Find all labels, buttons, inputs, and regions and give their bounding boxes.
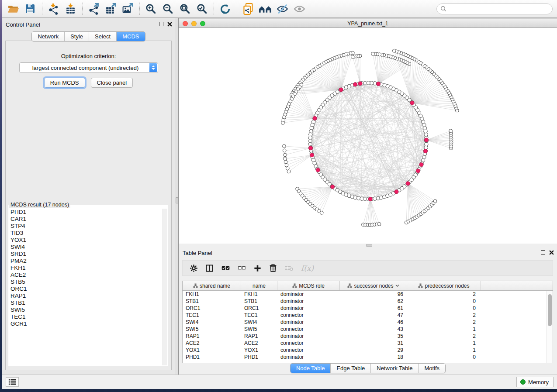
tab-mcds[interactable]: MCDS bbox=[116, 32, 145, 41]
network-canvas[interactable] bbox=[179, 28, 557, 244]
table-cell-mcds-role[interactable]: dominator bbox=[277, 333, 340, 340]
mcds-result-item[interactable]: ORC1 bbox=[9, 285, 162, 292]
table-cell-shared-name[interactable]: SWI5 bbox=[183, 326, 241, 333]
table-cell-name[interactable]: RAP1 bbox=[241, 333, 277, 340]
float-panel-icon[interactable] bbox=[541, 250, 545, 254]
table-scrollbar[interactable] bbox=[547, 291, 553, 363]
show-all-button[interactable] bbox=[292, 2, 306, 16]
table-cell-shared-name[interactable]: TEC1 bbox=[183, 312, 241, 319]
optimization-criterion-select[interactable]: largest connected component (undirected) bbox=[19, 62, 158, 73]
table-cell-name[interactable]: SWI5 bbox=[241, 326, 277, 333]
table-row[interactable]: FKH1FKH1dominator962 bbox=[183, 291, 547, 298]
table-cell-successor-nodes[interactable]: 46 bbox=[340, 319, 407, 326]
column-header-mcds-role[interactable]: MCDS role bbox=[277, 281, 340, 290]
mcds-result-item[interactable]: SWI4 bbox=[9, 244, 162, 251]
mcds-result-item[interactable]: SWI5 bbox=[9, 306, 162, 313]
apply-function-button[interactable]: f(x) bbox=[301, 264, 314, 272]
save-session-button[interactable] bbox=[23, 2, 37, 16]
column-header-name[interactable]: name bbox=[241, 281, 277, 290]
table-cell-successor-nodes[interactable]: 96 bbox=[340, 291, 407, 298]
mcds-result-item[interactable]: PHD1 bbox=[9, 209, 162, 216]
table-cell-name[interactable]: STB1 bbox=[241, 298, 277, 305]
table-cell-successor-nodes[interactable]: 29 bbox=[340, 347, 407, 354]
duplicate-network-button[interactable] bbox=[241, 2, 255, 16]
table-cell-name[interactable]: FKH1 bbox=[241, 291, 277, 298]
table-cell-name[interactable]: PHD1 bbox=[241, 354, 277, 361]
mcds-result-item[interactable]: STP4 bbox=[9, 223, 162, 230]
table-cell-mcds-role[interactable]: dominator bbox=[277, 354, 340, 361]
table-cell-predecessor-nodes[interactable]: 0 bbox=[407, 305, 481, 312]
memory-button[interactable]: Memory bbox=[516, 377, 554, 387]
close-panel-button[interactable]: Close panel bbox=[91, 78, 133, 88]
mcds-result-item[interactable]: SRD1 bbox=[9, 251, 162, 258]
table-cell-mcds-role[interactable]: dominator bbox=[277, 291, 340, 298]
table-cell-successor-nodes[interactable]: 47 bbox=[340, 312, 407, 319]
tab-motifs[interactable]: Motifs bbox=[418, 364, 445, 373]
mcds-result-item[interactable]: CAR1 bbox=[9, 216, 162, 223]
close-panel-icon[interactable] bbox=[167, 21, 172, 27]
table-cell-shared-name[interactable]: SWI4 bbox=[183, 319, 241, 326]
tab-style[interactable]: Style bbox=[64, 32, 89, 41]
show-columns-button[interactable] bbox=[205, 264, 214, 272]
zoom-fit-button[interactable] bbox=[178, 2, 192, 16]
zoom-in-button[interactable] bbox=[144, 2, 158, 16]
table-cell-shared-name[interactable]: RAP1 bbox=[183, 333, 241, 340]
window-close-light[interactable] bbox=[183, 21, 188, 26]
mcds-result-item[interactable]: FKH1 bbox=[9, 265, 162, 272]
table-cell-name[interactable]: YOX1 bbox=[241, 347, 277, 354]
table-cell-mcds-role[interactable]: connector bbox=[277, 326, 340, 333]
column-header-predecessor-nodes[interactable]: predecessor nodes bbox=[407, 281, 481, 290]
table-cell-name[interactable]: ACE2 bbox=[241, 340, 277, 347]
tab-select[interactable]: Select bbox=[89, 32, 116, 41]
table-cell-successor-nodes[interactable]: 43 bbox=[340, 326, 407, 333]
table-row[interactable]: YOX1YOX1connector291 bbox=[183, 347, 547, 354]
mcds-result-item[interactable]: STB1 bbox=[9, 299, 162, 306]
tab-network-table[interactable]: Network Table bbox=[370, 364, 418, 373]
table-cell-predecessor-nodes[interactable]: 0 bbox=[407, 354, 481, 361]
window-minimize-light[interactable] bbox=[191, 21, 197, 26]
table-cell-successor-nodes[interactable]: 18 bbox=[340, 354, 407, 361]
delete-column-button[interactable] bbox=[269, 264, 277, 272]
select-all-button[interactable] bbox=[221, 265, 230, 272]
table-row[interactable]: STB1STB1dominator620 bbox=[183, 298, 547, 305]
open-session-button[interactable] bbox=[6, 2, 20, 16]
table-row[interactable]: ACE2ACE2connector311 bbox=[183, 340, 547, 347]
table-cell-shared-name[interactable]: ACE2 bbox=[183, 340, 241, 347]
close-panel-icon[interactable] bbox=[549, 250, 554, 255]
mcds-result-item[interactable]: ACE2 bbox=[9, 272, 162, 279]
table-row[interactable]: PHD1PHD1dominator180 bbox=[183, 354, 547, 361]
table-cell-shared-name[interactable]: FKH1 bbox=[183, 291, 241, 298]
table-scrollbar-thumb[interactable] bbox=[548, 294, 552, 326]
table-cell-mcds-role[interactable]: connector bbox=[277, 312, 340, 319]
table-cell-name[interactable]: TEC1 bbox=[241, 312, 277, 319]
mcds-result-item[interactable]: YOX1 bbox=[9, 237, 162, 244]
zoom-selected-button[interactable] bbox=[195, 2, 209, 16]
table-cell-mcds-role[interactable]: dominator bbox=[277, 319, 340, 326]
table-cell-predecessor-nodes[interactable]: 2 bbox=[407, 319, 481, 326]
mcds-result-item[interactable]: PMA2 bbox=[9, 258, 162, 265]
table-cell-shared-name[interactable]: ORC1 bbox=[183, 305, 241, 312]
create-column-button[interactable] bbox=[253, 264, 262, 272]
table-cell-successor-nodes[interactable]: 35 bbox=[340, 333, 407, 340]
vertical-splitter[interactable] bbox=[175, 18, 179, 375]
table-cell-shared-name[interactable]: STB1 bbox=[183, 298, 241, 305]
mcds-result-item[interactable]: TID3 bbox=[9, 230, 162, 237]
tab-network[interactable]: Network bbox=[32, 32, 64, 41]
run-mcds-button[interactable]: Run MCDS bbox=[44, 78, 85, 88]
table-cell-mcds-role[interactable]: connector bbox=[277, 340, 340, 347]
vertical-splitter-grip[interactable] bbox=[176, 197, 178, 203]
table-cell-predecessor-nodes[interactable]: 0 bbox=[407, 298, 481, 305]
float-panel-icon[interactable] bbox=[159, 22, 163, 26]
mcds-result-item[interactable]: TEC1 bbox=[9, 313, 162, 320]
table-cell-mcds-role[interactable]: dominator bbox=[277, 305, 340, 312]
import-table-button[interactable] bbox=[63, 2, 77, 16]
zoom-out-button[interactable] bbox=[161, 2, 175, 16]
table-cell-shared-name[interactable]: PHD1 bbox=[183, 354, 241, 361]
table-cell-successor-nodes[interactable]: 61 bbox=[340, 305, 407, 312]
export-table-button[interactable] bbox=[104, 2, 118, 16]
deselect-all-button[interactable] bbox=[238, 265, 246, 271]
hide-selected-button[interactable] bbox=[275, 2, 289, 16]
import-network-button[interactable] bbox=[46, 2, 60, 16]
table-cell-successor-nodes[interactable]: 31 bbox=[340, 340, 407, 347]
table-row[interactable]: RAP1RAP1dominator352 bbox=[183, 333, 547, 340]
